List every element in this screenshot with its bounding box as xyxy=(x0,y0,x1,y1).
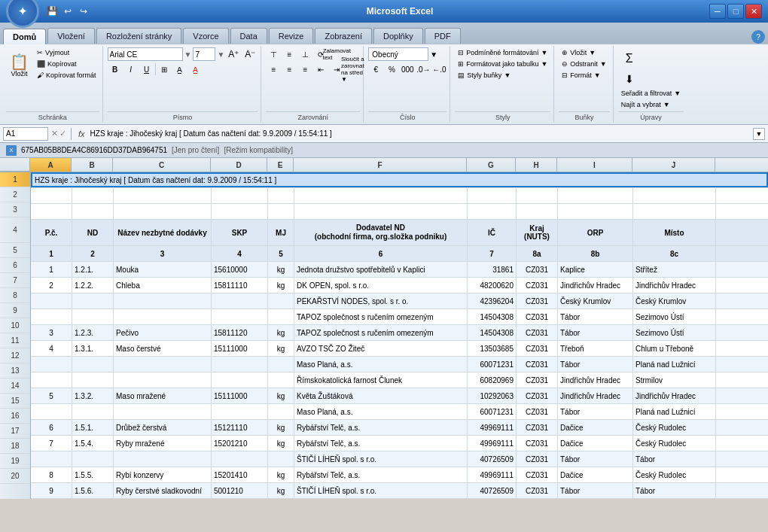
row-header-9[interactable]: 9 xyxy=(0,303,30,318)
tab-formulas[interactable]: Vzorce xyxy=(183,28,228,44)
cell-B2[interactable] xyxy=(72,188,114,203)
cell-I12[interactable]: Tábor xyxy=(558,357,633,372)
cell-D18[interactable] xyxy=(212,451,268,467)
close-button[interactable]: ✕ xyxy=(745,4,762,19)
tab-home[interactable]: Domů xyxy=(3,29,46,44)
tab-pdf[interactable]: PDF xyxy=(425,28,461,44)
format-cells-button[interactable]: ⊟ Formát ▼ xyxy=(559,70,603,81)
font-name-dropdown-icon[interactable]: ▼ xyxy=(184,50,192,59)
cell-G6[interactable]: 31861 xyxy=(468,262,517,277)
cell-I10[interactable]: Tábor xyxy=(558,325,633,340)
cell-C15[interactable] xyxy=(114,404,212,419)
cell-J3[interactable] xyxy=(633,204,716,219)
col-header-F[interactable]: F xyxy=(294,158,467,172)
cell-F14[interactable]: Květa Žuštáková xyxy=(294,388,468,403)
fill-color-button[interactable]: A̲ xyxy=(172,62,187,76)
cell-B19[interactable]: 1.5.5. xyxy=(72,467,114,482)
expand-formula-btn[interactable]: ▼ xyxy=(753,128,765,140)
cell-B16[interactable]: 1.5.1. xyxy=(72,420,114,435)
cell-D2[interactable] xyxy=(212,188,268,203)
cell-J19[interactable]: Český Rudolec xyxy=(633,467,716,482)
maximize-button[interactable]: □ xyxy=(727,4,744,19)
redo-quick-btn[interactable]: ↪ xyxy=(77,5,90,18)
cell-G11[interactable]: 13503685 xyxy=(468,341,517,356)
cell-F12[interactable]: Maso Planá, a.s. xyxy=(294,357,468,372)
row-header-12[interactable]: 12 xyxy=(0,348,30,363)
cell-C12[interactable] xyxy=(114,357,212,372)
font-size-dropdown-icon[interactable]: ▼ xyxy=(217,50,224,59)
row-header-18[interactable]: 18 xyxy=(0,439,30,454)
cell-E8[interactable] xyxy=(268,293,294,309)
cell-C11[interactable]: Maso čerstvé xyxy=(114,341,212,356)
cell-C7[interactable]: Chleba xyxy=(114,278,212,293)
row-header-3[interactable]: 3 xyxy=(0,202,30,217)
cell-B10[interactable]: 1.2.3. xyxy=(72,325,114,340)
cell-B15[interactable] xyxy=(72,404,114,419)
cell-H3[interactable] xyxy=(517,204,558,219)
cell-F16[interactable]: Rybářství Telč, a.s. xyxy=(294,420,468,435)
cell-B12[interactable] xyxy=(72,357,114,372)
cell-F3[interactable] xyxy=(294,204,468,219)
fill-button[interactable]: ⬇ xyxy=(618,71,641,87)
cell-G4[interactable]: IČ xyxy=(468,220,517,245)
cell-F6[interactable]: Jednota družstvo spotřebitelů v Kaplici xyxy=(294,262,468,277)
cell-E9[interactable] xyxy=(268,309,294,324)
col-header-E[interactable]: E xyxy=(267,158,294,172)
cell-J7[interactable]: Jindřichův Hradec xyxy=(633,278,716,293)
cell-A4[interactable]: P.č. xyxy=(31,220,72,245)
cell-F18[interactable]: ŠTIČÍ LÍHEŇ spol. s r.o. xyxy=(294,451,468,467)
cell-A17[interactable]: 7 xyxy=(31,436,72,451)
row-header-13[interactable]: 13 xyxy=(0,363,30,378)
cell-I20[interactable]: Tábor xyxy=(558,483,633,498)
col-header-D[interactable]: D xyxy=(211,158,267,172)
font-grow-button[interactable]: A⁺ xyxy=(226,47,241,61)
row-header-19[interactable]: 19 xyxy=(0,454,30,469)
cell-G3[interactable] xyxy=(468,204,517,219)
cell-B9[interactable] xyxy=(72,309,114,324)
col-header-C[interactable]: C xyxy=(113,158,211,172)
cell-C13[interactable] xyxy=(114,372,212,388)
tab-addins[interactable]: Doplňky xyxy=(373,28,423,44)
row-header-2[interactable]: 2 xyxy=(0,187,30,202)
row-header-14[interactable]: 14 xyxy=(0,378,30,394)
cell-H7[interactable]: CZ031 xyxy=(517,278,558,293)
cell-E10[interactable]: kg xyxy=(268,325,294,340)
cell-I2[interactable] xyxy=(558,188,633,203)
cell-J6[interactable]: Střítež xyxy=(633,262,716,277)
cell-H8[interactable]: CZ031 xyxy=(517,293,558,309)
cell-A13[interactable] xyxy=(31,372,72,388)
cell-H16[interactable]: CZ031 xyxy=(517,420,558,435)
cell-E17[interactable]: kg xyxy=(268,436,294,451)
cell-F19[interactable]: Rybářství Telč, a.s. xyxy=(294,467,468,482)
cell-F15[interactable]: Maso Planá, a.s. xyxy=(294,404,468,419)
cell-J13[interactable]: Strmilov xyxy=(633,372,716,388)
cell-B8[interactable] xyxy=(72,293,114,309)
cell-D6[interactable]: 15610000 xyxy=(212,262,268,277)
cell-B3[interactable] xyxy=(72,204,114,219)
row-header-10[interactable]: 10 xyxy=(0,318,30,333)
cell-F5[interactable]: 6 xyxy=(294,246,468,261)
font-color-button[interactable]: A̲ xyxy=(188,62,203,76)
cell-D20[interactable]: 5001210 xyxy=(212,483,268,498)
row-header-11[interactable]: 11 xyxy=(0,333,30,348)
font-size-input[interactable] xyxy=(193,47,215,61)
cell-A10[interactable]: 3 xyxy=(31,325,72,340)
cell-I14[interactable]: Jindřichův Hradec xyxy=(558,388,633,403)
cell-E19[interactable]: kg xyxy=(268,467,294,482)
cell-E12[interactable] xyxy=(268,357,294,372)
cell-A16[interactable]: 6 xyxy=(31,420,72,435)
cell-H11[interactable]: CZ031 xyxy=(517,341,558,356)
cell-D7[interactable]: 15811110 xyxy=(212,278,268,293)
cell-B18[interactable] xyxy=(72,451,114,467)
cell-J14[interactable]: Jindřichův Hradec xyxy=(633,388,716,403)
border-button[interactable]: ⊞ xyxy=(157,62,172,76)
cell-I19[interactable]: Dačice xyxy=(558,467,633,482)
cell-E13[interactable] xyxy=(268,372,294,388)
cell-I4[interactable]: ORP xyxy=(558,220,633,245)
number-dropdown-icon[interactable]: ▼ xyxy=(430,50,437,59)
cell-E20[interactable]: kg xyxy=(268,483,294,498)
cell-H9[interactable]: CZ031 xyxy=(517,309,558,324)
cell-I17[interactable]: Dačice xyxy=(558,436,633,451)
row-header-20[interactable]: 20 xyxy=(0,469,30,484)
decrease-indent-button[interactable]: ⇤ xyxy=(313,62,328,76)
